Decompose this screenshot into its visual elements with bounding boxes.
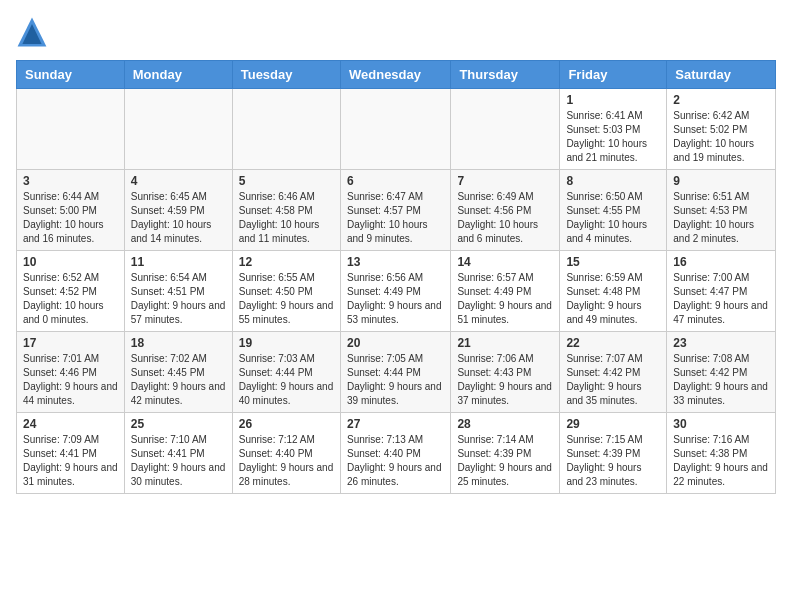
- day-info: Sunrise: 7:00 AM Sunset: 4:47 PM Dayligh…: [673, 271, 769, 327]
- day-info: Sunrise: 7:07 AM Sunset: 4:42 PM Dayligh…: [566, 352, 660, 408]
- calendar-cell: 5Sunrise: 6:46 AM Sunset: 4:58 PM Daylig…: [232, 170, 340, 251]
- calendar-cell: 22Sunrise: 7:07 AM Sunset: 4:42 PM Dayli…: [560, 332, 667, 413]
- day-number: 1: [566, 93, 660, 107]
- logo-icon: [16, 16, 48, 48]
- day-number: 17: [23, 336, 118, 350]
- calendar-cell: 26Sunrise: 7:12 AM Sunset: 4:40 PM Dayli…: [232, 413, 340, 494]
- day-info: Sunrise: 7:14 AM Sunset: 4:39 PM Dayligh…: [457, 433, 553, 489]
- day-number: 21: [457, 336, 553, 350]
- day-info: Sunrise: 7:03 AM Sunset: 4:44 PM Dayligh…: [239, 352, 334, 408]
- day-number: 24: [23, 417, 118, 431]
- calendar-cell: 21Sunrise: 7:06 AM Sunset: 4:43 PM Dayli…: [451, 332, 560, 413]
- calendar-cell: [17, 89, 125, 170]
- day-number: 26: [239, 417, 334, 431]
- day-number: 2: [673, 93, 769, 107]
- day-info: Sunrise: 7:09 AM Sunset: 4:41 PM Dayligh…: [23, 433, 118, 489]
- day-info: Sunrise: 7:01 AM Sunset: 4:46 PM Dayligh…: [23, 352, 118, 408]
- day-info: Sunrise: 6:45 AM Sunset: 4:59 PM Dayligh…: [131, 190, 226, 246]
- day-info: Sunrise: 7:10 AM Sunset: 4:41 PM Dayligh…: [131, 433, 226, 489]
- calendar-cell: 2Sunrise: 6:42 AM Sunset: 5:02 PM Daylig…: [667, 89, 776, 170]
- day-number: 13: [347, 255, 444, 269]
- calendar-cell: 14Sunrise: 6:57 AM Sunset: 4:49 PM Dayli…: [451, 251, 560, 332]
- day-number: 10: [23, 255, 118, 269]
- day-number: 15: [566, 255, 660, 269]
- calendar-cell: 9Sunrise: 6:51 AM Sunset: 4:53 PM Daylig…: [667, 170, 776, 251]
- calendar-cell: [340, 89, 450, 170]
- day-info: Sunrise: 6:54 AM Sunset: 4:51 PM Dayligh…: [131, 271, 226, 327]
- calendar-cell: 30Sunrise: 7:16 AM Sunset: 4:38 PM Dayli…: [667, 413, 776, 494]
- day-info: Sunrise: 7:08 AM Sunset: 4:42 PM Dayligh…: [673, 352, 769, 408]
- day-info: Sunrise: 6:44 AM Sunset: 5:00 PM Dayligh…: [23, 190, 118, 246]
- calendar-cell: 7Sunrise: 6:49 AM Sunset: 4:56 PM Daylig…: [451, 170, 560, 251]
- calendar-table: SundayMondayTuesdayWednesdayThursdayFrid…: [16, 60, 776, 494]
- calendar-cell: 8Sunrise: 6:50 AM Sunset: 4:55 PM Daylig…: [560, 170, 667, 251]
- day-number: 7: [457, 174, 553, 188]
- calendar-week-4: 17Sunrise: 7:01 AM Sunset: 4:46 PM Dayli…: [17, 332, 776, 413]
- day-number: 20: [347, 336, 444, 350]
- calendar-cell: 12Sunrise: 6:55 AM Sunset: 4:50 PM Dayli…: [232, 251, 340, 332]
- calendar-cell: 29Sunrise: 7:15 AM Sunset: 4:39 PM Dayli…: [560, 413, 667, 494]
- day-number: 8: [566, 174, 660, 188]
- calendar-cell: 24Sunrise: 7:09 AM Sunset: 4:41 PM Dayli…: [17, 413, 125, 494]
- day-number: 30: [673, 417, 769, 431]
- day-number: 25: [131, 417, 226, 431]
- weekday-header-thursday: Thursday: [451, 61, 560, 89]
- calendar-cell: [451, 89, 560, 170]
- calendar-cell: 13Sunrise: 6:56 AM Sunset: 4:49 PM Dayli…: [340, 251, 450, 332]
- calendar-cell: 4Sunrise: 6:45 AM Sunset: 4:59 PM Daylig…: [124, 170, 232, 251]
- calendar-cell: 11Sunrise: 6:54 AM Sunset: 4:51 PM Dayli…: [124, 251, 232, 332]
- calendar-cell: 23Sunrise: 7:08 AM Sunset: 4:42 PM Dayli…: [667, 332, 776, 413]
- calendar-cell: [124, 89, 232, 170]
- logo: [16, 16, 52, 48]
- day-info: Sunrise: 6:50 AM Sunset: 4:55 PM Dayligh…: [566, 190, 660, 246]
- calendar-cell: [232, 89, 340, 170]
- day-number: 12: [239, 255, 334, 269]
- day-info: Sunrise: 7:16 AM Sunset: 4:38 PM Dayligh…: [673, 433, 769, 489]
- day-info: Sunrise: 6:46 AM Sunset: 4:58 PM Dayligh…: [239, 190, 334, 246]
- calendar-week-2: 3Sunrise: 6:44 AM Sunset: 5:00 PM Daylig…: [17, 170, 776, 251]
- day-number: 23: [673, 336, 769, 350]
- day-number: 5: [239, 174, 334, 188]
- day-info: Sunrise: 6:52 AM Sunset: 4:52 PM Dayligh…: [23, 271, 118, 327]
- day-info: Sunrise: 6:57 AM Sunset: 4:49 PM Dayligh…: [457, 271, 553, 327]
- weekday-header-row: SundayMondayTuesdayWednesdayThursdayFrid…: [17, 61, 776, 89]
- calendar-cell: 20Sunrise: 7:05 AM Sunset: 4:44 PM Dayli…: [340, 332, 450, 413]
- calendar-cell: 3Sunrise: 6:44 AM Sunset: 5:00 PM Daylig…: [17, 170, 125, 251]
- day-number: 14: [457, 255, 553, 269]
- day-info: Sunrise: 6:51 AM Sunset: 4:53 PM Dayligh…: [673, 190, 769, 246]
- day-number: 3: [23, 174, 118, 188]
- day-info: Sunrise: 6:47 AM Sunset: 4:57 PM Dayligh…: [347, 190, 444, 246]
- day-number: 29: [566, 417, 660, 431]
- page-header: [16, 16, 776, 48]
- day-info: Sunrise: 6:55 AM Sunset: 4:50 PM Dayligh…: [239, 271, 334, 327]
- day-number: 22: [566, 336, 660, 350]
- weekday-header-saturday: Saturday: [667, 61, 776, 89]
- calendar-cell: 10Sunrise: 6:52 AM Sunset: 4:52 PM Dayli…: [17, 251, 125, 332]
- day-number: 16: [673, 255, 769, 269]
- calendar-week-1: 1Sunrise: 6:41 AM Sunset: 5:03 PM Daylig…: [17, 89, 776, 170]
- day-number: 11: [131, 255, 226, 269]
- day-info: Sunrise: 6:59 AM Sunset: 4:48 PM Dayligh…: [566, 271, 660, 327]
- calendar-cell: 18Sunrise: 7:02 AM Sunset: 4:45 PM Dayli…: [124, 332, 232, 413]
- calendar-week-3: 10Sunrise: 6:52 AM Sunset: 4:52 PM Dayli…: [17, 251, 776, 332]
- calendar-cell: 16Sunrise: 7:00 AM Sunset: 4:47 PM Dayli…: [667, 251, 776, 332]
- calendar-cell: 17Sunrise: 7:01 AM Sunset: 4:46 PM Dayli…: [17, 332, 125, 413]
- day-info: Sunrise: 7:15 AM Sunset: 4:39 PM Dayligh…: [566, 433, 660, 489]
- day-info: Sunrise: 6:56 AM Sunset: 4:49 PM Dayligh…: [347, 271, 444, 327]
- day-info: Sunrise: 7:05 AM Sunset: 4:44 PM Dayligh…: [347, 352, 444, 408]
- weekday-header-friday: Friday: [560, 61, 667, 89]
- day-info: Sunrise: 6:49 AM Sunset: 4:56 PM Dayligh…: [457, 190, 553, 246]
- weekday-header-sunday: Sunday: [17, 61, 125, 89]
- day-number: 18: [131, 336, 226, 350]
- calendar-week-5: 24Sunrise: 7:09 AM Sunset: 4:41 PM Dayli…: [17, 413, 776, 494]
- day-info: Sunrise: 7:06 AM Sunset: 4:43 PM Dayligh…: [457, 352, 553, 408]
- day-number: 27: [347, 417, 444, 431]
- calendar-cell: 6Sunrise: 6:47 AM Sunset: 4:57 PM Daylig…: [340, 170, 450, 251]
- day-info: Sunrise: 6:42 AM Sunset: 5:02 PM Dayligh…: [673, 109, 769, 165]
- day-number: 28: [457, 417, 553, 431]
- weekday-header-tuesday: Tuesday: [232, 61, 340, 89]
- day-info: Sunrise: 7:02 AM Sunset: 4:45 PM Dayligh…: [131, 352, 226, 408]
- day-info: Sunrise: 7:13 AM Sunset: 4:40 PM Dayligh…: [347, 433, 444, 489]
- calendar-cell: 28Sunrise: 7:14 AM Sunset: 4:39 PM Dayli…: [451, 413, 560, 494]
- day-info: Sunrise: 7:12 AM Sunset: 4:40 PM Dayligh…: [239, 433, 334, 489]
